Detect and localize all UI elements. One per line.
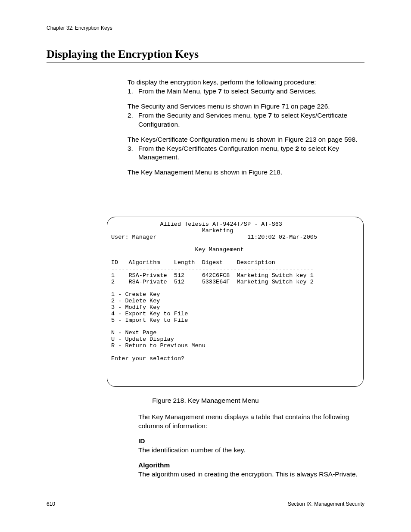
title-rule xyxy=(47,62,364,62)
term-id-desc: The identification number of the key. xyxy=(138,446,364,455)
step-number: 1. xyxy=(128,87,138,96)
page-number: 610 xyxy=(47,501,55,507)
section-footer: Section IX: Management Security xyxy=(288,501,364,507)
term-algorithm-label: Algorithm xyxy=(138,461,364,470)
intro-paragraph: To display the encryption keys, perform … xyxy=(128,78,364,87)
step-1: 1. From the Main Menu, type 7 to select … xyxy=(128,87,364,96)
step-text-a: From the Keys/Certificates Configuration… xyxy=(138,145,295,152)
step-3: 3. From the Keys/Certificates Configurat… xyxy=(128,144,364,162)
chapter-header: Chapter 32: Encryption Keys xyxy=(47,25,112,31)
step-text-a: From the Main Menu, type xyxy=(138,87,218,95)
step-bold: 2 xyxy=(295,145,299,152)
step-number: 3. xyxy=(128,144,138,162)
step-body: From the Security and Services menu, typ… xyxy=(138,111,364,129)
step-body: From the Main Menu, type 7 to select Sec… xyxy=(138,87,364,96)
step-1-followup: The Security and Services menu is shown … xyxy=(128,102,364,111)
step-3-followup: The Key Management Menu is shown in Figu… xyxy=(128,168,364,177)
content-column: To display the encryption keys, perform … xyxy=(128,78,364,177)
term-algorithm-desc: The algorithm used in creating the encry… xyxy=(138,470,364,479)
step-body: From the Keys/Certificates Configuration… xyxy=(138,144,364,162)
step-bold: 7 xyxy=(268,112,272,119)
term-id-label: ID xyxy=(138,437,364,446)
section-title: Displaying the Encryption Keys xyxy=(47,48,199,61)
step-text-b: to select Security and Services. xyxy=(222,87,317,95)
post-content: The Key Management menu displays a table… xyxy=(138,413,364,479)
step-bold: 7 xyxy=(218,87,222,95)
figure-caption: Figure 218. Key Management Menu xyxy=(0,397,411,404)
terminal-menu-box: Allied Telesis AT-9424T/SP - AT-S63 Mark… xyxy=(107,217,364,387)
step-2-followup: The Keys/Certificate Configuration menu … xyxy=(128,135,364,144)
step-text-a: From the Security and Services menu, typ… xyxy=(138,112,268,119)
step-number: 2. xyxy=(128,111,138,129)
post-intro: The Key Management menu displays a table… xyxy=(138,413,364,431)
step-2: 2. From the Security and Services menu, … xyxy=(128,111,364,129)
